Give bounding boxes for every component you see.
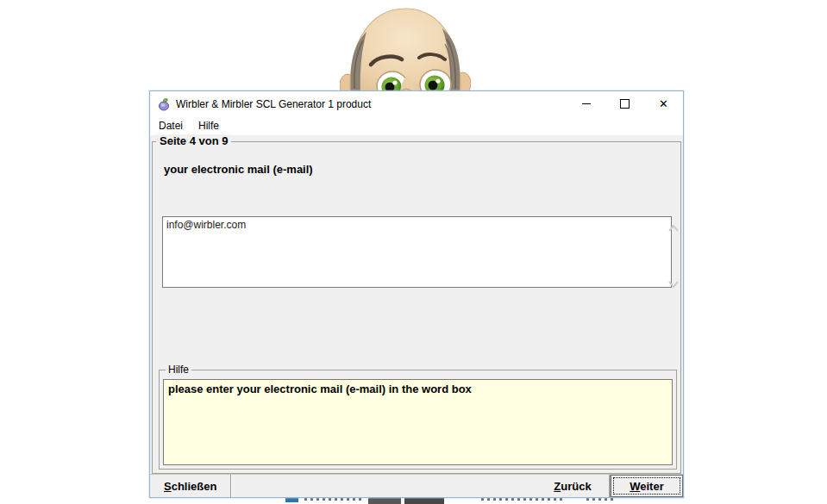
app-window: Wirbler & Mirbler SCL Generator 1 produc… bbox=[149, 90, 684, 498]
help-text: please enter your electronic mail (e-mai… bbox=[163, 379, 673, 465]
maximize-button[interactable] bbox=[605, 91, 644, 116]
button-row: Schließen Zurück Weiter bbox=[150, 474, 683, 497]
maximize-icon bbox=[620, 99, 630, 109]
next-button[interactable]: Weiter bbox=[611, 475, 683, 497]
chevron-down-icon[interactable] bbox=[667, 280, 680, 289]
peeking-man-illustration bbox=[340, 3, 471, 94]
menubar: Datei Hilfe bbox=[150, 116, 683, 135]
help-group-title: Hilfe bbox=[166, 364, 191, 376]
next-button-container: Weiter bbox=[610, 475, 683, 497]
menu-item-datei[interactable]: Datei bbox=[152, 118, 190, 134]
close-icon: ✕ bbox=[659, 98, 668, 109]
button-row-spacer bbox=[231, 475, 536, 497]
page-groupbox: Seite 4 von 9 your electronic mail (e-ma… bbox=[152, 141, 681, 474]
minimize-icon bbox=[582, 103, 591, 104]
email-input[interactable]: info@wirbler.com bbox=[162, 216, 672, 288]
close-button[interactable]: Schließen bbox=[150, 475, 231, 497]
app-icon bbox=[157, 97, 171, 111]
page-title: Seite 4 von 9 bbox=[156, 134, 231, 148]
close-button-label: chließen bbox=[172, 480, 217, 493]
email-field-label: your electronic mail (e-mail) bbox=[164, 163, 313, 176]
background-fragment bbox=[404, 498, 444, 504]
close-window-button[interactable]: ✕ bbox=[644, 91, 683, 116]
minimize-button[interactable] bbox=[567, 91, 605, 116]
back-button-label: urück bbox=[561, 480, 591, 493]
background-fragment bbox=[368, 498, 401, 504]
titlebar[interactable]: Wirbler & Mirbler SCL Generator 1 produc… bbox=[150, 91, 683, 116]
peeking-man-head-icon bbox=[340, 3, 471, 94]
help-groupbox: Hilfe please enter your electronic mail … bbox=[159, 370, 677, 470]
close-button-accel: S bbox=[164, 480, 172, 493]
next-button-accel: W bbox=[630, 480, 640, 493]
next-button-label: eiter bbox=[640, 480, 663, 493]
chevron-up-icon[interactable] bbox=[667, 224, 680, 233]
back-button[interactable]: Zurück bbox=[536, 475, 610, 497]
window-title: Wirbler & Mirbler SCL Generator 1 produc… bbox=[176, 98, 567, 110]
client-area: Seite 4 von 9 your electronic mail (e-ma… bbox=[150, 135, 683, 497]
menu-item-hilfe[interactable]: Hilfe bbox=[191, 118, 226, 134]
